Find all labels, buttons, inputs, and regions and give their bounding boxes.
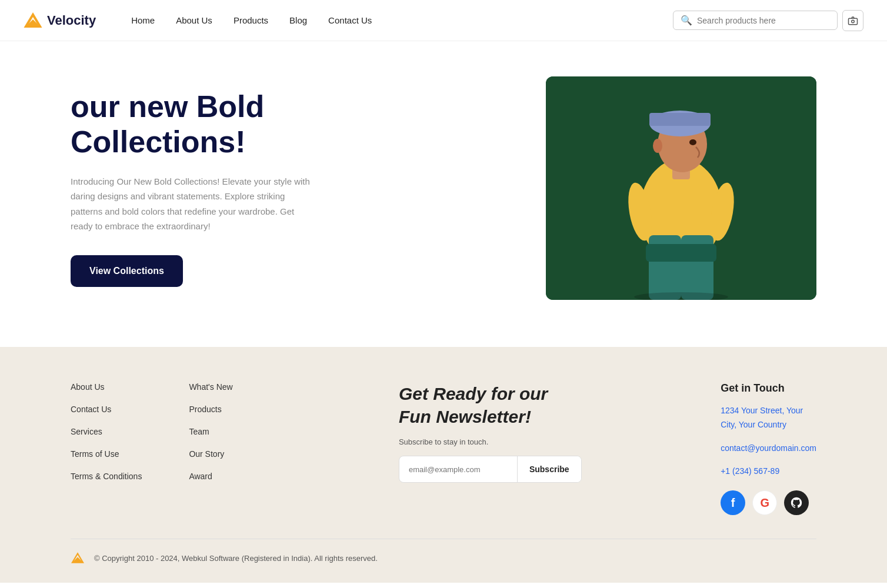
svg-rect-14	[649, 113, 711, 126]
google-icon[interactable]: G	[752, 490, 777, 515]
nav-products[interactable]: Products	[234, 15, 268, 25]
facebook-icon[interactable]: f	[721, 490, 745, 515]
logo-icon	[24, 11, 42, 30]
footer-bottom: © Copyright 2010 - 2024, Webkul Software…	[71, 539, 816, 565]
contact-address: 1234 Your Street, Your City, Your Countr…	[721, 404, 816, 432]
newsletter-section: Get Ready for our Fun Newsletter! Subscr…	[399, 382, 582, 515]
main-nav: Home About Us Products Blog Contact Us	[131, 15, 673, 25]
contact-title: Get in Touch	[721, 382, 816, 395]
nav-about[interactable]: About Us	[176, 15, 212, 25]
social-icons: f G	[721, 490, 816, 515]
site-footer: About Us Contact Us Services Terms of Us…	[0, 347, 887, 583]
hero-image	[546, 76, 816, 300]
newsletter-subtitle: Subscribe to stay in touch.	[399, 437, 582, 446]
hero-illustration	[546, 76, 816, 300]
github-icon[interactable]	[784, 490, 809, 515]
search-input[interactable]	[697, 16, 815, 25]
footer-link-terms-conditions[interactable]: Terms & Conditions	[71, 472, 142, 481]
contact-phone: +1 (234) 567-89	[721, 465, 816, 479]
contact-email[interactable]: contact@yourdomain.com	[721, 442, 816, 456]
footer-link-products[interactable]: Products	[189, 405, 259, 414]
hero-text: our new Bold Collections! Introducing Ou…	[71, 89, 546, 287]
newsletter-email-input[interactable]	[399, 456, 517, 482]
hero-section: our new Bold Collections! Introducing Ou…	[0, 41, 887, 347]
logo[interactable]: Velocity	[24, 11, 96, 30]
svg-point-3	[852, 20, 855, 23]
footer-link-contact[interactable]: Contact Us	[71, 405, 142, 414]
footer-link-whats-new[interactable]: What's New	[189, 382, 259, 392]
footer-main: About Us Contact Us Services Terms of Us…	[71, 382, 816, 515]
svg-point-15	[689, 139, 696, 145]
footer-copyright: © Copyright 2010 - 2024, Webkul Software…	[94, 554, 378, 563]
footer-col-2: What's New Products Team Our Story Award	[189, 382, 259, 515]
site-header: Velocity Home About Us Products Blog Con…	[0, 0, 887, 41]
newsletter-title: Get Ready for our Fun Newsletter!	[399, 382, 582, 428]
footer-link-our-story[interactable]: Our Story	[189, 449, 259, 459]
logo-text: Velocity	[47, 13, 96, 28]
footer-link-team[interactable]: Team	[189, 427, 259, 436]
search-bar: 🔍	[673, 11, 838, 30]
footer-link-about[interactable]: About Us	[71, 382, 142, 392]
search-icon: 🔍	[681, 15, 692, 26]
svg-point-16	[653, 139, 662, 153]
nav-home[interactable]: Home	[131, 15, 155, 25]
contact-section: Get in Touch 1234 Your Street, Your City…	[721, 382, 816, 515]
view-collections-button[interactable]: View Collections	[71, 255, 183, 287]
camera-button[interactable]	[842, 10, 863, 31]
nav-contact[interactable]: Contact Us	[328, 15, 372, 25]
hero-description: Introducing Our New Bold Collections! El…	[71, 174, 318, 234]
nav-blog[interactable]: Blog	[289, 15, 307, 25]
footer-col-1: About Us Contact Us Services Terms of Us…	[71, 382, 142, 515]
hero-title: our new Bold Collections!	[71, 89, 511, 160]
footer-link-terms-use[interactable]: Terms of Use	[71, 449, 142, 459]
subscribe-button[interactable]: Subscribe	[517, 456, 581, 482]
footer-logo-icon	[71, 551, 85, 565]
footer-link-services[interactable]: Services	[71, 427, 142, 436]
github-svg	[790, 496, 803, 509]
footer-link-award[interactable]: Award	[189, 472, 259, 481]
camera-icon	[848, 15, 858, 26]
svg-rect-8	[646, 244, 716, 262]
svg-rect-2	[849, 18, 858, 25]
newsletter-form: Subscribe	[399, 456, 582, 483]
